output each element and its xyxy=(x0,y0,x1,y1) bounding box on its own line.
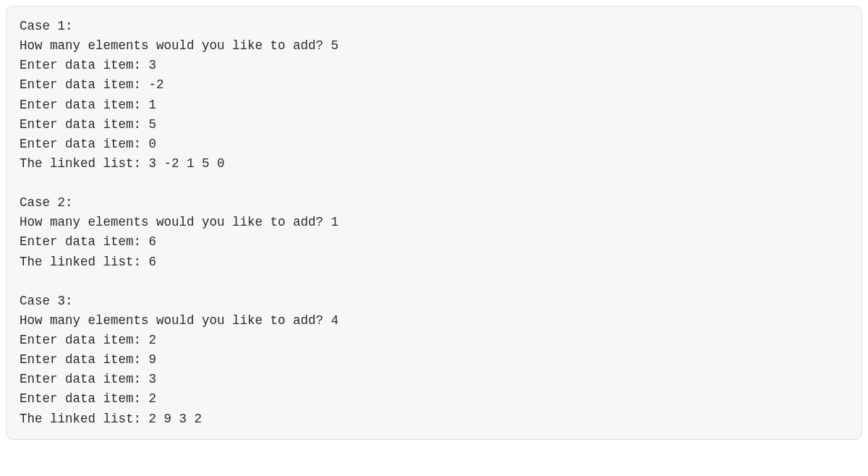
entry-line: Enter data item: -2 xyxy=(20,75,848,95)
prompt-line: How many elements would you like to add?… xyxy=(20,311,848,331)
result-line: The linked list: 3 -2 1 5 0 xyxy=(20,154,848,174)
entry-line: Enter data item: 5 xyxy=(20,115,848,135)
code-output-block: Case 1:How many elements would you like … xyxy=(6,6,862,440)
entry-line: Enter data item: 6 xyxy=(20,232,848,252)
case-header: Case 1: xyxy=(20,17,848,36)
entry-line: Enter data item: 9 xyxy=(20,350,848,370)
prompt-line: How many elements would you like to add?… xyxy=(20,213,848,232)
entry-line: Enter data item: 2 xyxy=(20,389,848,409)
blank-line xyxy=(20,174,848,193)
case-header: Case 2: xyxy=(20,193,848,213)
case-header: Case 3: xyxy=(20,292,848,311)
blank-line xyxy=(20,272,848,292)
entry-line: Enter data item: 0 xyxy=(20,135,848,154)
entry-line: Enter data item: 3 xyxy=(20,56,848,75)
prompt-line: How many elements would you like to add?… xyxy=(20,36,848,56)
result-line: The linked list: 2 9 3 2 xyxy=(20,409,848,429)
result-line: The linked list: 6 xyxy=(20,252,848,272)
entry-line: Enter data item: 3 xyxy=(20,370,848,389)
entry-line: Enter data item: 1 xyxy=(20,95,848,115)
entry-line: Enter data item: 2 xyxy=(20,331,848,350)
